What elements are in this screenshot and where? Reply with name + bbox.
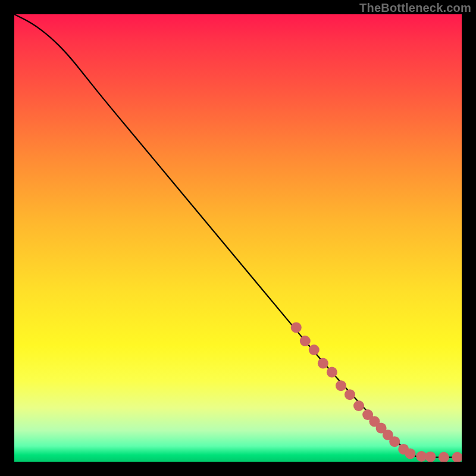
plot-area: [14, 14, 462, 462]
marker-dot: [439, 452, 449, 462]
attribution-text: TheBottleneck.com: [359, 1, 471, 15]
chart-svg: [14, 14, 462, 462]
marker-dot: [300, 336, 311, 346]
chart-frame: TheBottleneck.com: [0, 0, 476, 476]
marker-dot: [353, 400, 364, 411]
marker-dot: [336, 380, 346, 391]
main-curve-path: [14, 14, 462, 458]
curve-line: [14, 14, 462, 458]
marker-dot: [345, 389, 355, 400]
marker-dot: [389, 436, 400, 447]
marker-dot: [309, 345, 320, 355]
marker-dot: [452, 452, 462, 462]
marker-dot: [405, 449, 416, 459]
marker-dot: [291, 322, 302, 333]
marker-dot: [425, 452, 436, 462]
marker-dot: [318, 358, 328, 369]
marker-group: [291, 322, 462, 462]
marker-dot: [327, 367, 337, 378]
